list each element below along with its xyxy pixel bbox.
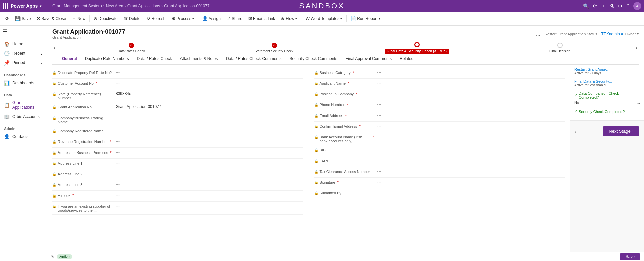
- stage-circle-statement: ✓: [272, 43, 277, 48]
- email-icon: ✉: [248, 16, 252, 21]
- field-value-left-0[interactable]: ---: [113, 70, 303, 75]
- field-value-left-3[interactable]: Grant Application-001077: [113, 104, 303, 109]
- tab-data-rates[interactable]: Data / Rates Check: [133, 54, 176, 64]
- sidebar-item-pinned[interactable]: 📌 Pinned ∨: [0, 58, 47, 68]
- search-icon[interactable]: 🔍: [583, 3, 589, 9]
- refresh-small-button[interactable]: ⟳: [3, 15, 12, 23]
- field-value-right-10[interactable]: ---: [375, 180, 565, 184]
- next-stage-button[interactable]: Next Stage ›: [603, 126, 639, 136]
- flow-icon: ≋: [281, 16, 285, 21]
- restart-status-button[interactable]: Restart Grant Application Status: [545, 32, 597, 36]
- flow-button[interactable]: ≋Flow▾: [278, 15, 299, 23]
- process-button[interactable]: ⚙Process▾: [169, 15, 197, 23]
- breadcrumb-item-2[interactable]: Grant Applications: [127, 4, 160, 8]
- sidebar-toggle[interactable]: ☰: [0, 26, 47, 37]
- sidebar-item-contacts[interactable]: 👤 Contacts: [0, 132, 47, 141]
- word-templates-button[interactable]: WWord Templates▾: [303, 15, 345, 23]
- run-report-button[interactable]: 📄Run Report▾: [348, 15, 383, 23]
- field-value-left-1[interactable]: ---: [113, 81, 303, 85]
- field-value-right-4[interactable]: ---: [375, 113, 565, 118]
- field-value-right-0[interactable]: ---: [375, 70, 565, 75]
- security-check-label: Security Check Completed?: [579, 110, 625, 114]
- save-bottom-button[interactable]: Save: [620, 253, 640, 260]
- deactivate-button[interactable]: ⊘Deactivate: [91, 15, 120, 23]
- field-value-left-9[interactable]: ---: [113, 171, 303, 176]
- data-comparison-edit[interactable]: ...: [637, 100, 640, 105]
- tab-general[interactable]: General: [58, 54, 81, 64]
- tab-data-comments[interactable]: Data / Rates Check Comments: [222, 54, 285, 64]
- progress-prev-button[interactable]: ‹: [52, 44, 57, 51]
- sidebar-item-orbis-accounts[interactable]: 🏢 Orbis Accounts: [0, 112, 47, 121]
- restart-appro-label[interactable]: Restart Grant Appro...: [574, 67, 610, 71]
- lock-icon-right-3: 🔒: [314, 103, 318, 107]
- lock-icon-right-1: 🔒: [314, 82, 318, 85]
- field-value-right-11[interactable]: ---: [375, 190, 565, 195]
- assign-button[interactable]: 👤Assign: [200, 15, 224, 23]
- field-value-right-6[interactable]: ---: [375, 134, 565, 139]
- field-row-right-2: 🔒 Position In Company* ---: [314, 89, 565, 100]
- final-security-label[interactable]: Final Data & Security...: [574, 79, 612, 83]
- breadcrumb-item-1[interactable]: New Area: [106, 4, 123, 8]
- lock-icon-right-8: 🔒: [314, 159, 318, 163]
- breadcrumb-item-0[interactable]: Grant Management System: [52, 4, 102, 8]
- avatar[interactable]: A: [633, 2, 641, 10]
- gear-icon[interactable]: ⚙: [618, 3, 622, 9]
- field-value-right-9[interactable]: ---: [375, 169, 565, 174]
- tab-security-comments[interactable]: Security Check Comments: [286, 54, 341, 64]
- sidebar-item-dashboards[interactable]: 📊 Dashboards: [0, 78, 47, 88]
- tab-final-approval[interactable]: Final Approval Comments: [341, 54, 396, 64]
- field-value-right-7[interactable]: ---: [375, 147, 565, 152]
- recent-icon: 🕐: [4, 51, 10, 56]
- field-row-right-8: 🔒 IBAN ---: [314, 156, 565, 167]
- tab-related[interactable]: Related: [396, 54, 417, 64]
- ellipsis-button[interactable]: ...: [536, 31, 540, 37]
- right-panel-restart: Restart Grant Appro... Active for 21 day…: [570, 65, 644, 77]
- admin-section-title: Admin: [0, 125, 47, 132]
- new-button[interactable]: ＋New: [69, 14, 88, 23]
- tab-duplicate[interactable]: Duplicate Rate Numbers: [81, 54, 133, 64]
- save-button[interactable]: 💾Save: [12, 15, 33, 23]
- expand-icon[interactable]: ⤡: [51, 254, 54, 259]
- field-value-left-10[interactable]: ---: [113, 182, 303, 187]
- field-value-left-2[interactable]: 839384e: [113, 91, 303, 96]
- sidebar-item-home[interactable]: 🏠 Home: [0, 39, 47, 49]
- refresh-button[interactable]: ↺Refresh: [144, 15, 168, 23]
- save-close-button[interactable]: ✖Save & Close: [34, 15, 69, 23]
- field-value-right-1[interactable]: ---: [375, 81, 565, 85]
- field-row-left-0: 🔒 Duplicate Property Ref Rate No? ---: [52, 68, 303, 79]
- settings-refresh-icon[interactable]: ⟳: [593, 3, 597, 9]
- email-link-button[interactable]: ✉Email a Link: [246, 15, 278, 23]
- field-label-right-8: 🔒 IBAN: [314, 158, 375, 163]
- field-value-right-5[interactable]: ---: [375, 124, 565, 128]
- add-icon[interactable]: ＋: [601, 3, 606, 9]
- field-value-right-3[interactable]: ---: [375, 102, 565, 107]
- field-value-left-11[interactable]: ---: [113, 193, 303, 198]
- share-button[interactable]: ↗Share: [224, 15, 245, 23]
- field-value-left-5[interactable]: ---: [113, 128, 303, 133]
- field-value-left-12[interactable]: ---: [113, 204, 303, 208]
- stage-final-decision: Final Decision: [488, 43, 631, 53]
- lock-icon-left-4: 🔒: [52, 116, 56, 120]
- delete-button[interactable]: 🗑Delete: [121, 15, 144, 23]
- brand-logo[interactable]: Power Apps ▾: [3, 3, 50, 9]
- filter-icon[interactable]: ⚗: [610, 3, 614, 9]
- field-row-left-6: 🔒 Revenue Registration Number* ---: [52, 137, 303, 148]
- sidebar-item-recent[interactable]: 🕐 Recent ∨: [0, 49, 47, 58]
- tab-attachments[interactable]: Attachments & Notes: [176, 54, 222, 64]
- main-layout: ☰ 🏠 Home 🕐 Recent ∨ 📌 Pinned ∨ Dashboard…: [0, 26, 644, 261]
- field-value-left-6[interactable]: ---: [113, 139, 303, 144]
- progress-next-button[interactable]: ›: [634, 44, 639, 51]
- panel-prev-button[interactable]: ‹: [572, 128, 579, 135]
- field-value-right-8[interactable]: ---: [375, 158, 565, 163]
- brand-chevron[interactable]: ▾: [40, 4, 41, 8]
- data-comparison-value: No: [574, 100, 579, 104]
- field-value-left-7[interactable]: ---: [113, 150, 303, 155]
- help-icon[interactable]: ?: [627, 3, 629, 9]
- field-value-left-8[interactable]: ---: [113, 161, 303, 165]
- owner-link[interactable]: TEKadmin #: [601, 32, 623, 36]
- lock-icon-left-2: 🔒: [52, 92, 56, 96]
- field-value-right-2[interactable]: ---: [375, 91, 565, 96]
- sidebar-item-grant-applications[interactable]: 📋 Grant Applications: [0, 98, 47, 112]
- field-value-left-4[interactable]: ---: [113, 115, 303, 120]
- owner-chevron[interactable]: ▾: [637, 32, 639, 36]
